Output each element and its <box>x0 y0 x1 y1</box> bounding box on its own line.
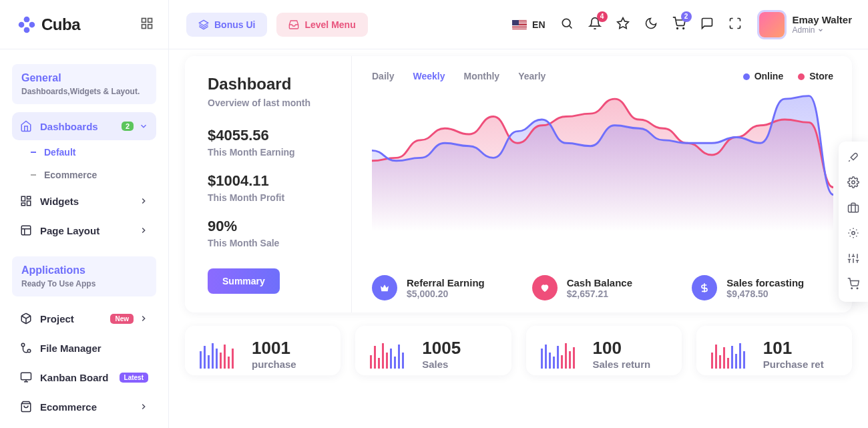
flag-us-icon <box>512 20 527 29</box>
level-menu-button[interactable]: Level Menu <box>276 13 367 37</box>
cart2-icon[interactable] <box>847 278 859 292</box>
gear2-icon[interactable] <box>847 227 859 242</box>
dashboards-count-badge: 2 <box>122 122 134 131</box>
svg-rect-30 <box>374 346 376 369</box>
sidebar-item-ecommerce[interactable]: Ecommerce <box>12 393 156 421</box>
brand-name: Cuba <box>41 15 80 34</box>
mini-card-purchase-return: 101Purchase ret <box>696 326 852 375</box>
chevron-down-icon <box>817 27 824 33</box>
home-icon <box>20 120 32 132</box>
svg-rect-44 <box>565 343 567 369</box>
legend-dot-icon <box>798 73 805 80</box>
git-icon <box>20 342 32 354</box>
mini-label: Purchase ret <box>763 359 824 370</box>
sidebar-item-page-layout[interactable]: Page Layout <box>12 216 156 244</box>
svg-rect-48 <box>715 345 717 369</box>
sidebar-item-ecommerce-sub[interactable]: Ecommerce <box>12 164 156 186</box>
svg-rect-35 <box>394 357 396 369</box>
svg-rect-22 <box>208 355 210 369</box>
svg-rect-12 <box>21 196 25 201</box>
sidebar-section-applications: Applications Ready To Use Apps <box>12 256 156 296</box>
brand[interactable]: Cuba <box>17 15 80 34</box>
cart-badge: 2 <box>681 11 692 22</box>
page-title: Dashboard <box>208 75 351 93</box>
mini-value: 1001 <box>252 338 296 359</box>
section-title: General <box>21 72 147 84</box>
chat-icon[interactable] <box>700 17 714 33</box>
svg-rect-43 <box>561 355 563 369</box>
search-icon[interactable] <box>560 17 574 33</box>
settings-floater <box>839 142 868 302</box>
avatar <box>759 12 785 37</box>
mini-label: purchase <box>252 359 296 370</box>
sidebar-item-dashboards[interactable]: Dashboards 2 <box>12 112 156 140</box>
content: Dashboard Overview of last month $4055.5… <box>169 49 868 428</box>
svg-rect-37 <box>402 353 404 369</box>
cart-icon[interactable]: 2 <box>672 17 686 33</box>
tab-monthly[interactable]: Monthly <box>463 71 499 81</box>
sidebar-label: Widgets <box>40 196 79 207</box>
mini-bars-icon <box>539 339 580 369</box>
svg-rect-16 <box>21 226 31 235</box>
sidebar-item-file-manager[interactable]: File Manager <box>12 334 156 362</box>
svg-point-56 <box>852 181 855 184</box>
svg-rect-32 <box>382 343 384 369</box>
svg-rect-38 <box>541 349 543 369</box>
briefcase-icon[interactable] <box>847 202 859 216</box>
mini-bars-icon <box>710 339 750 369</box>
svg-rect-27 <box>228 357 230 369</box>
svg-rect-52 <box>731 346 733 369</box>
svg-rect-47 <box>711 353 713 369</box>
svg-rect-8 <box>148 24 152 28</box>
dash-icon <box>31 152 36 153</box>
language-code: EN <box>532 19 545 30</box>
section-subtitle: Dashboards,Widgets & Layout. <box>21 87 147 96</box>
svg-point-17 <box>21 343 25 347</box>
stat-referral: Referral Earning$5,000.20 <box>372 275 513 300</box>
dark-mode-icon[interactable] <box>644 17 658 33</box>
sidebar-label: Ecommerce <box>40 401 97 413</box>
language-selector[interactable]: EN <box>512 19 545 30</box>
paint-icon[interactable] <box>847 151 859 166</box>
tab-weekly[interactable]: Weekly <box>413 71 445 81</box>
bonus-ui-button[interactable]: Bonus Ui <box>186 13 267 37</box>
svg-rect-46 <box>573 347 575 369</box>
mini-label: Sales <box>422 359 461 370</box>
star-icon[interactable] <box>616 17 630 33</box>
dashboard-chart-panel: Daily Weekly Monthly Yearly Online Store <box>352 56 852 312</box>
sidebar-item-default[interactable]: Default <box>12 142 156 163</box>
mini-value: 1005 <box>422 338 461 359</box>
svg-rect-26 <box>224 345 226 369</box>
svg-rect-54 <box>739 343 741 369</box>
sidebar-item-kanban[interactable]: Kanban Board Latest <box>12 363 156 391</box>
svg-point-58 <box>852 232 855 235</box>
gear-icon[interactable] <box>847 176 859 191</box>
sidebar-label: Ecommerce <box>44 170 97 180</box>
chevron-down-icon <box>139 122 148 131</box>
sidebar-item-widgets[interactable]: Widgets <box>12 187 156 215</box>
header-main: Bonus Ui Level Menu EN 4 2 Emay Walter <box>169 12 868 37</box>
metric-profit: $1004.11This Month Profit <box>208 172 351 203</box>
svg-rect-25 <box>220 353 222 369</box>
svg-rect-14 <box>27 201 31 206</box>
sidebar-item-project[interactable]: Project New <box>12 304 156 333</box>
fullscreen-icon[interactable] <box>728 17 742 33</box>
sidebar-toggle-icon[interactable] <box>140 17 154 33</box>
legend-online: Online <box>743 71 784 81</box>
summary-button[interactable]: Summary <box>208 268 280 294</box>
chevron-right-icon <box>139 314 148 323</box>
tab-yearly[interactable]: Yearly <box>518 71 546 81</box>
svg-rect-41 <box>553 357 555 369</box>
svg-rect-51 <box>727 358 729 369</box>
tab-daily[interactable]: Daily <box>372 71 394 81</box>
brand-logo-icon <box>17 15 36 34</box>
chevron-right-icon <box>139 196 148 206</box>
notifications-icon[interactable]: 4 <box>588 17 602 33</box>
svg-rect-23 <box>212 343 214 369</box>
sliders-icon[interactable] <box>847 252 859 267</box>
user-menu[interactable]: Emay Walter Admin <box>759 12 852 37</box>
mini-card-purchase: 1001purchase <box>185 326 341 375</box>
section-subtitle: Ready To Use Apps <box>21 279 147 288</box>
mini-card-sales: 1005Sales <box>355 326 511 375</box>
section-title: Applications <box>21 264 147 276</box>
